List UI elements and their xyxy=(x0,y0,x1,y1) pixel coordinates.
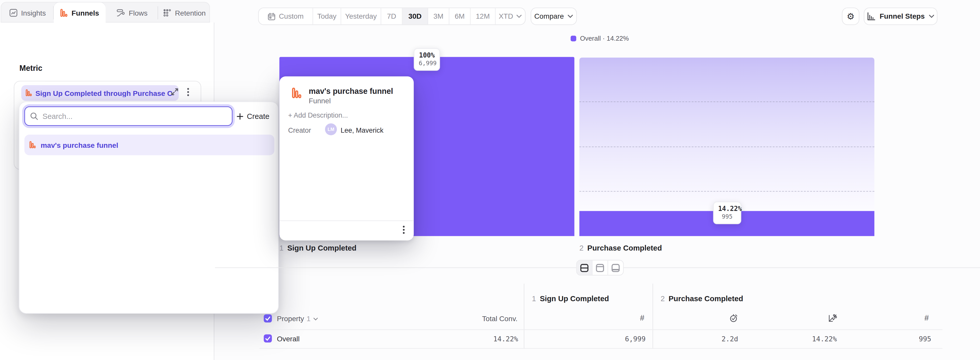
tab-insights[interactable]: Insights xyxy=(1,3,54,23)
chart-view-icon xyxy=(596,263,605,272)
expand-icon xyxy=(171,88,179,96)
search-icon xyxy=(30,112,38,120)
table-column-separator xyxy=(652,283,653,349)
metric-pill[interactable]: Sign Up Completed through Purchase C... xyxy=(21,85,179,101)
range-30d[interactable]: 30D xyxy=(402,8,428,24)
dropoff-gradient-step2 xyxy=(579,57,874,211)
layout-chart-view-button[interactable] xyxy=(593,261,608,275)
card-divider xyxy=(280,221,414,221)
search-result-item[interactable]: mav's purchase funnel xyxy=(24,135,275,155)
range-today[interactable]: Today xyxy=(313,8,341,24)
funnels-page: Insights Funnels Flows xyxy=(0,0,980,360)
compare-button[interactable]: Compare xyxy=(531,7,577,25)
tab-label: Funnels xyxy=(72,10,99,17)
range-12m[interactable]: 12M xyxy=(471,8,496,24)
metric-card-title: mav's purchase funnel xyxy=(309,87,393,96)
step-number: 2 xyxy=(579,244,584,252)
tab-flows[interactable]: Flows xyxy=(106,3,158,23)
metric-search-popup: Create mav's purchase funnel xyxy=(19,101,279,314)
range-label: 30D xyxy=(408,13,422,20)
range-label: 6M xyxy=(455,13,465,20)
funnel-steps-icon xyxy=(867,12,876,21)
layout-table-view-button[interactable] xyxy=(608,261,623,275)
funnel-result-icon xyxy=(29,141,35,149)
range-7d[interactable]: 7D xyxy=(381,8,402,24)
check-icon xyxy=(265,316,270,321)
count-column-icon[interactable]: # xyxy=(640,314,644,322)
chart-settings-button[interactable]: ⚙ xyxy=(842,7,859,25)
add-description-link[interactable]: + Add Description... xyxy=(288,112,348,119)
property-label: Property xyxy=(277,315,304,322)
insights-icon xyxy=(9,9,18,17)
metric-detail-card: mav's purchase funnel Funnel + Add Descr… xyxy=(280,77,414,241)
step-number: 1 xyxy=(280,244,283,252)
step1-count: 6,999 xyxy=(419,59,435,67)
count-column-icon[interactable]: # xyxy=(924,314,929,322)
range-label: Custom xyxy=(279,13,304,20)
range-xtd[interactable]: XTD xyxy=(496,8,525,24)
metric-pill-label: Sign Up Completed through Purchase C... xyxy=(35,89,173,97)
chevron-down-icon xyxy=(516,14,522,18)
flows-icon xyxy=(116,9,125,17)
range-label: 7D xyxy=(387,13,396,20)
step-name: Purchase Completed xyxy=(669,294,743,303)
table-group-header-step1: 1 Sign Up Completed xyxy=(532,294,609,303)
tab-retention[interactable]: Retention xyxy=(158,3,211,23)
row-checkbox[interactable] xyxy=(264,334,272,342)
select-all-checkbox[interactable] xyxy=(264,314,272,322)
visualization-selector[interactable]: Funnel Steps xyxy=(864,7,937,25)
range-6m[interactable]: 6M xyxy=(449,8,471,24)
legend-label: Overall · 14.22% xyxy=(580,35,629,42)
row-name: Overall xyxy=(277,335,300,342)
avg-time-column-icon[interactable] xyxy=(729,314,738,322)
step1-percent: 100% xyxy=(419,51,435,59)
step-number: 1 xyxy=(532,294,536,303)
row-count: 995 xyxy=(919,335,931,343)
metric-card-type: Funnel xyxy=(309,97,331,105)
search-input[interactable] xyxy=(43,112,227,120)
table-header-divider xyxy=(259,329,942,330)
table-group-header-step2: 2 Purchase Completed xyxy=(661,294,743,303)
row-conv-rate: 14.22% xyxy=(812,335,837,343)
step-number: 2 xyxy=(661,294,665,303)
layout-split-view-button[interactable] xyxy=(577,261,592,275)
row-step1-count: 6,999 xyxy=(625,335,646,343)
creator-label: Creator xyxy=(288,126,311,134)
range-custom[interactable]: Custom xyxy=(259,8,313,24)
chevron-down-icon xyxy=(313,317,318,320)
total-conv-header[interactable]: Total Conv. xyxy=(482,315,517,322)
search-result-label: mav's purchase funnel xyxy=(41,141,118,149)
bar-value-tooltip-step1: 100% 6,999 xyxy=(414,48,440,70)
chevron-down-icon xyxy=(928,14,934,18)
calendar-icon xyxy=(268,12,276,21)
expand-metric-button[interactable] xyxy=(171,88,179,96)
create-button[interactable]: Create xyxy=(234,107,272,125)
chart-legend[interactable]: Overall · 14.22% xyxy=(571,35,629,42)
range-3m[interactable]: 3M xyxy=(428,8,449,24)
step-name: Sign Up Completed xyxy=(287,244,356,252)
row-avg-time: 2.2d xyxy=(721,335,738,343)
creator-name: Lee, Maverick xyxy=(341,126,383,134)
tab-label: Flows xyxy=(129,9,148,17)
tab-funnels[interactable]: Funnels xyxy=(54,3,106,24)
card-kebab-button[interactable] xyxy=(402,226,405,234)
visualization-label: Funnel Steps xyxy=(880,13,925,20)
report-tabstrip: Insights Funnels Flows xyxy=(0,2,210,22)
check-icon xyxy=(265,336,270,341)
gridline-50pct xyxy=(579,147,874,147)
gear-icon: ⚙ xyxy=(847,12,855,21)
step-name: Sign Up Completed xyxy=(540,294,609,303)
range-yesterday[interactable]: Yesterday xyxy=(341,8,381,24)
kebab-icon xyxy=(402,226,405,234)
step-name: Purchase Completed xyxy=(587,244,662,252)
table-row-divider xyxy=(259,348,942,349)
split-view-icon xyxy=(580,263,589,272)
property-header[interactable]: Property 1 xyxy=(277,315,318,322)
step2-percent: 14.22% xyxy=(718,204,736,213)
conversion-rate-column-icon[interactable] xyxy=(828,314,837,322)
funnels-icon xyxy=(60,9,68,18)
range-label: Today xyxy=(317,13,336,20)
metric-kebab-button[interactable] xyxy=(187,88,189,96)
gridline-75pct xyxy=(579,101,874,102)
step2-count: 995 xyxy=(718,213,736,221)
